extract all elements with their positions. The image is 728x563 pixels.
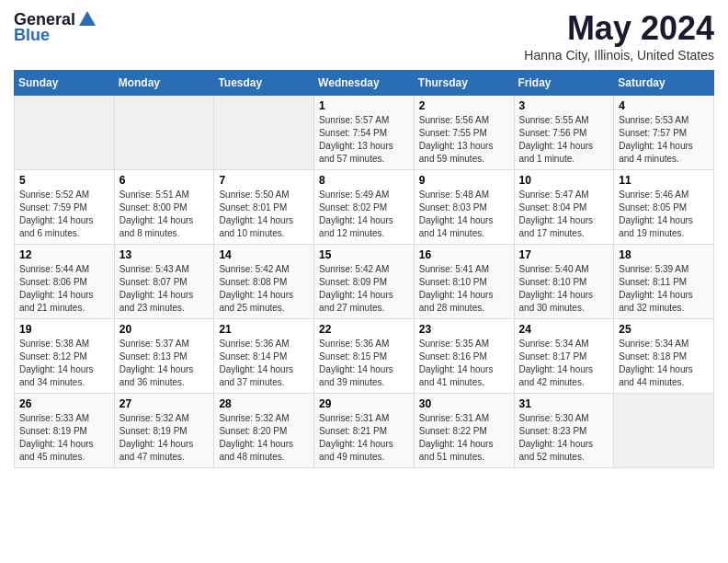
calendar-cell: 14Sunrise: 5:42 AMSunset: 8:08 PMDayligh… — [214, 245, 314, 319]
day-number: 12 — [19, 248, 109, 261]
calendar-cell: 13Sunrise: 5:43 AMSunset: 8:07 PMDayligh… — [114, 245, 214, 319]
day-content: Sunrise: 5:51 AMSunset: 8:00 PMDaylight:… — [119, 189, 210, 240]
sunset-text: Sunset: 8:18 PM — [619, 350, 709, 363]
day-number: 22 — [319, 323, 409, 336]
day-content: Sunrise: 5:44 AMSunset: 8:06 PMDaylight:… — [19, 263, 109, 315]
day-number: 16 — [419, 248, 509, 261]
sunset-text: Sunset: 7:55 PM — [419, 127, 509, 140]
sunset-text: Sunset: 8:04 PM — [519, 201, 609, 214]
day-number: 27 — [119, 397, 210, 410]
day-number: 2 — [419, 99, 509, 112]
day-content: Sunrise: 5:56 AMSunset: 7:55 PMDaylight:… — [419, 114, 509, 166]
calendar-cell: 23Sunrise: 5:35 AMSunset: 8:16 PMDayligh… — [414, 319, 514, 394]
sunset-text: Sunset: 8:13 PM — [119, 350, 210, 363]
sunrise-text: Sunrise: 5:46 AM — [619, 189, 709, 201]
calendar-cell: 8Sunrise: 5:49 AMSunset: 8:02 PMDaylight… — [314, 170, 415, 245]
calendar-cell: 17Sunrise: 5:40 AMSunset: 8:10 PMDayligh… — [514, 245, 614, 319]
sunset-text: Sunset: 8:03 PM — [419, 201, 509, 214]
sunset-text: Sunset: 7:56 PM — [519, 127, 609, 140]
daylight-text: Daylight: 14 hours and 4 minutes. — [619, 140, 709, 166]
calendar-week-row: 1Sunrise: 5:57 AMSunset: 7:54 PMDaylight… — [15, 96, 714, 170]
sunset-text: Sunset: 8:06 PM — [19, 276, 109, 289]
day-number: 28 — [219, 397, 309, 410]
sunset-text: Sunset: 8:12 PM — [19, 350, 109, 363]
day-content: Sunrise: 5:52 AMSunset: 7:59 PMDaylight:… — [19, 189, 109, 240]
calendar-cell: 20Sunrise: 5:37 AMSunset: 8:13 PMDayligh… — [114, 319, 214, 394]
sunrise-text: Sunrise: 5:36 AM — [319, 338, 409, 350]
day-content: Sunrise: 5:36 AMSunset: 8:14 PMDaylight:… — [219, 338, 309, 389]
weekday-header-row: SundayMondayTuesdayWednesdayThursdayFrid… — [15, 71, 714, 96]
sunrise-text: Sunrise: 5:52 AM — [19, 189, 109, 201]
day-number: 8 — [319, 174, 409, 187]
day-content: Sunrise: 5:36 AMSunset: 8:15 PMDaylight:… — [319, 338, 409, 389]
daylight-text: Daylight: 14 hours and 12 minutes. — [319, 214, 409, 240]
sunset-text: Sunset: 7:54 PM — [319, 127, 409, 140]
day-content: Sunrise: 5:32 AMSunset: 8:20 PMDaylight:… — [219, 412, 309, 464]
day-content: Sunrise: 5:37 AMSunset: 8:13 PMDaylight:… — [119, 338, 210, 389]
sunset-text: Sunset: 8:22 PM — [419, 425, 509, 438]
sunrise-text: Sunrise: 5:55 AM — [519, 114, 609, 127]
daylight-text: Daylight: 14 hours and 8 minutes. — [119, 214, 210, 240]
daylight-text: Daylight: 14 hours and 47 minutes. — [119, 438, 210, 464]
weekday-header-sunday: Sunday — [15, 71, 115, 96]
daylight-text: Daylight: 14 hours and 45 minutes. — [19, 438, 109, 464]
day-content: Sunrise: 5:43 AMSunset: 8:07 PMDaylight:… — [119, 263, 210, 315]
calendar-cell: 4Sunrise: 5:53 AMSunset: 7:57 PMDaylight… — [614, 96, 714, 170]
sunset-text: Sunset: 8:16 PM — [419, 350, 509, 363]
day-number: 20 — [119, 323, 210, 336]
sunrise-text: Sunrise: 5:36 AM — [219, 338, 309, 350]
day-number: 10 — [519, 174, 609, 187]
sunrise-text: Sunrise: 5:56 AM — [419, 114, 509, 127]
sunset-text: Sunset: 8:08 PM — [219, 276, 309, 289]
location: Hanna City, Illinois, United States — [524, 48, 714, 63]
day-content: Sunrise: 5:49 AMSunset: 8:02 PMDaylight:… — [319, 189, 409, 240]
month-title: May 2024 — [524, 9, 714, 48]
day-content: Sunrise: 5:42 AMSunset: 8:09 PMDaylight:… — [319, 263, 409, 315]
calendar-cell: 30Sunrise: 5:31 AMSunset: 8:22 PMDayligh… — [414, 394, 514, 468]
sunrise-text: Sunrise: 5:53 AM — [619, 114, 709, 127]
sunset-text: Sunset: 8:19 PM — [19, 425, 109, 438]
sunrise-text: Sunrise: 5:31 AM — [319, 412, 409, 425]
daylight-text: Daylight: 13 hours and 57 minutes. — [319, 140, 409, 166]
sunrise-text: Sunrise: 5:42 AM — [319, 263, 409, 276]
sunrise-text: Sunrise: 5:42 AM — [219, 263, 309, 276]
daylight-text: Daylight: 14 hours and 52 minutes. — [519, 438, 609, 464]
title-section: May 2024 Hanna City, Illinois, United St… — [524, 9, 714, 63]
sunset-text: Sunset: 8:02 PM — [319, 201, 409, 214]
weekday-header-monday: Monday — [114, 71, 214, 96]
daylight-text: Daylight: 14 hours and 41 minutes. — [419, 363, 509, 389]
calendar-cell: 22Sunrise: 5:36 AMSunset: 8:15 PMDayligh… — [314, 319, 415, 394]
logo-blue-text: Blue — [14, 26, 50, 45]
day-number: 3 — [519, 99, 609, 112]
sunset-text: Sunset: 7:59 PM — [19, 201, 109, 214]
sunrise-text: Sunrise: 5:30 AM — [519, 412, 609, 425]
sunrise-text: Sunrise: 5:34 AM — [619, 338, 709, 350]
sunset-text: Sunset: 8:17 PM — [519, 350, 609, 363]
calendar-cell: 29Sunrise: 5:31 AMSunset: 8:21 PMDayligh… — [314, 394, 415, 468]
sunrise-text: Sunrise: 5:41 AM — [419, 263, 509, 276]
sunset-text: Sunset: 8:14 PM — [219, 350, 309, 363]
calendar-cell: 19Sunrise: 5:38 AMSunset: 8:12 PMDayligh… — [15, 319, 115, 394]
day-content: Sunrise: 5:34 AMSunset: 8:17 PMDaylight:… — [519, 338, 609, 389]
day-content: Sunrise: 5:32 AMSunset: 8:19 PMDaylight:… — [119, 412, 210, 464]
calendar-cell: 6Sunrise: 5:51 AMSunset: 8:00 PMDaylight… — [114, 170, 214, 245]
day-number: 13 — [119, 248, 210, 261]
sunrise-text: Sunrise: 5:50 AM — [219, 189, 309, 201]
daylight-text: Daylight: 14 hours and 32 minutes. — [619, 289, 709, 315]
sunset-text: Sunset: 8:00 PM — [119, 201, 210, 214]
calendar-cell: 15Sunrise: 5:42 AMSunset: 8:09 PMDayligh… — [314, 245, 415, 319]
daylight-text: Daylight: 14 hours and 44 minutes. — [619, 363, 709, 389]
calendar-cell — [114, 96, 214, 170]
day-content: Sunrise: 5:30 AMSunset: 8:23 PMDaylight:… — [519, 412, 609, 464]
sunrise-text: Sunrise: 5:33 AM — [19, 412, 109, 425]
day-content: Sunrise: 5:50 AMSunset: 8:01 PMDaylight:… — [219, 189, 309, 240]
day-content: Sunrise: 5:57 AMSunset: 7:54 PMDaylight:… — [319, 114, 409, 166]
calendar-table: SundayMondayTuesdayWednesdayThursdayFrid… — [14, 70, 714, 468]
day-content: Sunrise: 5:55 AMSunset: 7:56 PMDaylight:… — [519, 114, 609, 166]
calendar-cell: 21Sunrise: 5:36 AMSunset: 8:14 PMDayligh… — [214, 319, 314, 394]
weekday-header-saturday: Saturday — [614, 71, 714, 96]
day-number: 21 — [219, 323, 309, 336]
daylight-text: Daylight: 14 hours and 48 minutes. — [219, 438, 309, 464]
calendar-week-row: 19Sunrise: 5:38 AMSunset: 8:12 PMDayligh… — [15, 319, 714, 394]
day-content: Sunrise: 5:35 AMSunset: 8:16 PMDaylight:… — [419, 338, 509, 389]
